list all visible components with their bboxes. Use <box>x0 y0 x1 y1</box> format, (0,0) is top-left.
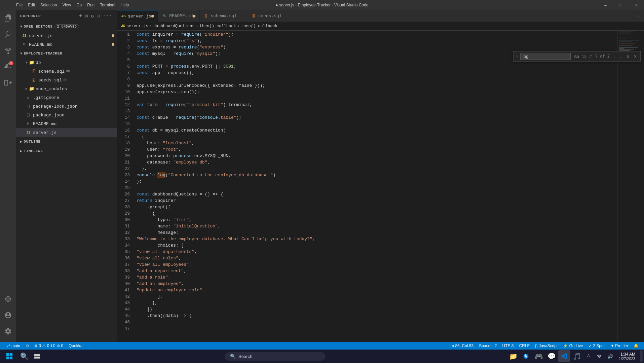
taskbar-discord[interactable]: 💬 <box>545 350 558 362</box>
package-lock-file[interactable]: {} package-lock.json <box>16 102 117 111</box>
taskbar-music[interactable]: 🎵 <box>571 350 583 362</box>
split-editor-button[interactable]: ⊟ <box>637 12 641 20</box>
status-spell[interactable]: ✓ 2 Spell <box>586 343 608 348</box>
status-sync[interactable]: ⊙ <box>23 342 32 350</box>
code-area[interactable]: const inquirer = require("inquirer");con… <box>134 31 617 342</box>
match-case-button[interactable]: Aa <box>573 53 580 60</box>
code-line-46 <box>137 319 617 325</box>
menu-terminal[interactable]: Terminal <box>97 0 118 10</box>
taskbar-taskview[interactable] <box>31 350 43 362</box>
status-eol[interactable]: CRLF <box>517 343 532 348</box>
outline-section-header[interactable]: ▶ OUTLINE <box>16 137 117 146</box>
seeds-sql-file[interactable]: 🗄 seeds.sql db <box>16 76 117 84</box>
status-branch[interactable]: ⎇ main <box>3 342 23 350</box>
breadcrumb-dashboard[interactable]: dashboardQuetions <box>153 24 194 29</box>
code-line-13 <box>137 108 617 114</box>
taskbar-search-icon[interactable]: 🔍 <box>18 350 30 362</box>
new-folder-button[interactable]: ⊞ <box>84 12 89 20</box>
menu-help[interactable]: Help <box>118 0 132 10</box>
find-close-button[interactable]: ✕ <box>632 53 638 60</box>
open-editors-section-header[interactable]: ▼ OPEN EDITORS 2 unsaved <box>16 22 117 31</box>
svg-rect-4 <box>10 357 12 359</box>
whole-word-button[interactable]: \b <box>581 53 587 60</box>
status-notifications[interactable]: 🔔 <box>631 343 641 348</box>
code-line-39: "add a role", <box>137 274 617 281</box>
minimize-button[interactable]: ‒ <box>598 0 613 10</box>
menu-go[interactable]: Go <box>74 0 84 10</box>
tab-seeds-sql[interactable]: 🗄 seeds.sql ✕ <box>247 10 292 22</box>
taskbar-right: ^ 🔊 1:34 AM 1/27/2023 <box>584 350 643 362</box>
activity-account[interactable] <box>0 307 16 323</box>
open-editor-readme-md[interactable]: M README.md <box>16 40 117 49</box>
taskbar-edge[interactable] <box>520 350 532 362</box>
collapse-button[interactable]: ⊟ <box>96 12 101 20</box>
find-next-button[interactable]: ↓ <box>618 53 623 60</box>
status-golive[interactable]: ⚡ Go Live <box>560 343 586 348</box>
readme-icon: M <box>26 121 31 126</box>
show-desktop-button[interactable] <box>640 350 643 362</box>
status-spaces[interactable]: Spaces: 2 <box>476 343 499 348</box>
maximize-button[interactable]: □ <box>613 0 629 10</box>
menu-file[interactable]: File <box>13 0 25 10</box>
tab-schema-sql[interactable]: 🗄 schema.sql ✕ <box>200 10 247 22</box>
new-file-button[interactable]: + <box>78 12 83 20</box>
status-position[interactable]: Ln 86, Col 83 <box>447 343 476 348</box>
clock[interactable]: 1:34 AM 1/27/2023 <box>616 352 638 361</box>
activity-remote[interactable] <box>0 291 16 307</box>
minimap[interactable] <box>617 31 644 342</box>
gitignore-file[interactable]: ⚙ .gitignore <box>16 93 117 102</box>
sql-file-icon: 🗄 <box>31 69 36 74</box>
menu-run[interactable]: Run <box>84 0 97 10</box>
activity-explorer[interactable] <box>0 10 16 26</box>
code-line-6: const PORT = process.env.PORT || 3001; <box>137 63 617 70</box>
regex-button[interactable]: .* <box>588 53 593 60</box>
readme-file[interactable]: M README.md <box>16 119 117 128</box>
menu-edit[interactable]: Edit <box>25 0 38 10</box>
more-actions-button[interactable]: ··· <box>102 12 113 20</box>
find-prev-button[interactable]: ↑ <box>612 53 616 60</box>
schema-sql-file[interactable]: 🗄 schema.sql db <box>16 67 117 76</box>
taskbar-explorer[interactable]: 📁 <box>507 350 519 362</box>
tray-network[interactable] <box>595 350 604 362</box>
refresh-button[interactable]: ↻ <box>90 12 95 20</box>
activity-extensions[interactable] <box>0 75 16 91</box>
taskbar-steam[interactable]: 🎮 <box>533 350 545 362</box>
status-encoding[interactable]: UTF-8 <box>500 343 517 348</box>
activity-run-debug[interactable]: 1 <box>0 59 16 75</box>
tray-sound[interactable]: 🔊 <box>605 350 615 362</box>
branch-name: main <box>11 343 20 348</box>
find-options-button[interactable]: ≡ <box>625 53 630 60</box>
breadcrumb-sep-1: › <box>150 24 152 29</box>
db-folder[interactable]: ▼ 📁 db <box>16 58 117 67</box>
line-number-27: 27 <box>117 197 130 204</box>
project-section-header[interactable]: ▼ EMPLOYEE-TRACKER <box>16 49 117 58</box>
timeline-section-header[interactable]: ▶ TIMELINE <box>16 146 117 156</box>
find-expand-icon[interactable]: › <box>516 54 518 59</box>
tab-readme-md[interactable]: M↓ README.md <box>158 10 200 22</box>
server-js-file[interactable]: JS server.js <box>16 128 117 137</box>
activity-settings[interactable] <box>0 323 16 339</box>
start-button[interactable] <box>1 350 17 362</box>
line-number-11: 11 <box>117 95 130 102</box>
status-language[interactable]: {} JavaScript <box>532 343 560 348</box>
node-modules-folder[interactable]: ▶ 📁 node_modules <box>16 84 117 93</box>
menu-selection[interactable]: Selection <box>38 0 60 10</box>
activity-search[interactable] <box>0 26 16 42</box>
close-button[interactable]: ✕ <box>629 0 644 10</box>
package-json-file[interactable]: {} package.json <box>16 111 117 119</box>
open-editor-server-js[interactable]: JS server.js <box>16 31 117 40</box>
taskbar-search-bar[interactable]: 🔍 Search <box>225 352 326 361</box>
status-prettier[interactable]: ✦ Prettier <box>608 343 631 348</box>
breadcrumb-serverjs[interactable]: server.js <box>126 24 148 29</box>
breadcrumb-then2[interactable]: then() callback <box>241 24 277 29</box>
status-errors[interactable]: ⊗ 0 ⚠ 0 ℹ 0 ⊚ 0 <box>32 342 66 350</box>
breadcrumb-then1[interactable]: then() callback <box>200 24 236 29</box>
find-input[interactable] <box>520 53 571 60</box>
tab-server-js[interactable]: JS server.js <box>117 10 158 22</box>
menu-view[interactable]: View <box>60 0 74 10</box>
status-quokka[interactable]: Quokka <box>66 342 85 350</box>
activity-source-control[interactable] <box>0 42 16 59</box>
code-line-47 <box>137 325 617 332</box>
tray-chevron[interactable]: ^ <box>584 350 593 362</box>
taskbar-vscode[interactable] <box>558 350 570 362</box>
